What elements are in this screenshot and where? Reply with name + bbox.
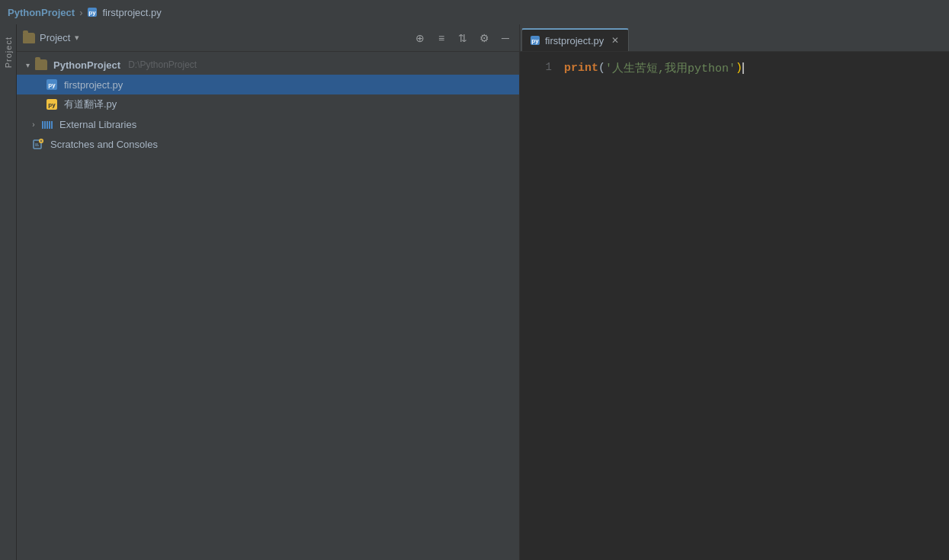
editor-area: py firstproject.py ✕ 1 print('人生苦短,我用pyt… <box>520 24 949 560</box>
tree-file-youdao[interactable]: py 有道翻译.py <box>17 94 519 114</box>
folder-icon <box>35 59 47 70</box>
tab-file-icon: py <box>530 35 540 46</box>
panel-title: Project <box>40 32 70 43</box>
toolbar-collapse-button[interactable]: ≡ <box>434 30 449 46</box>
line-number-1: 1 <box>520 61 552 73</box>
expand-root-icon: ▾ <box>23 60 32 69</box>
expand-libraries-icon: › <box>29 120 38 129</box>
editor-content: 1 print('人生苦短,我用python') 💡 <box>520 52 949 560</box>
scratch-icon <box>32 138 44 150</box>
main-area: Project Project ▾ ⊕ ≡ ⇅ ⚙ ─ ▾ PythonProj… <box>0 24 949 560</box>
svg-text:py: py <box>48 82 56 88</box>
titlebar: PythonProject › py firstproject.py <box>0 0 949 24</box>
tab-bar: py firstproject.py ✕ <box>520 24 949 52</box>
keyword-print: print <box>564 62 598 75</box>
file-tree: ▾ PythonProject D:\PythonProject py firs… <box>17 52 519 560</box>
root-folder-name: PythonProject <box>53 59 120 71</box>
breadcrumb-file-name: firstproject.py <box>102 7 161 18</box>
file-name-firstproject: firstproject.py <box>64 79 123 91</box>
panel-dropdown-arrow[interactable]: ▾ <box>75 33 79 43</box>
side-tool-strip: Project <box>0 24 17 560</box>
tree-scratches-consoles[interactable]: Scratches and Consoles <box>17 134 519 154</box>
py-file-icon: py <box>46 78 58 91</box>
toolbar-minimize-button[interactable]: ─ <box>498 30 513 46</box>
svg-rect-7 <box>44 121 46 129</box>
tree-root-item[interactable]: ▾ PythonProject D:\PythonProject <box>17 55 519 75</box>
svg-text:py: py <box>531 37 539 44</box>
lightbulb-icon[interactable]: 💡 <box>558 78 560 91</box>
breadcrumb-separator: › <box>79 7 82 18</box>
tree-file-firstproject[interactable]: py firstproject.py <box>17 75 519 94</box>
tab-close-button[interactable]: ✕ <box>610 34 620 46</box>
string-content: '人生苦短,我用python' <box>605 61 736 75</box>
project-panel: Project ▾ ⊕ ≡ ⇅ ⚙ ─ ▾ PythonProject D:\P… <box>17 24 520 560</box>
file-name-youdao: 有道翻译.py <box>64 98 117 111</box>
svg-text:py: py <box>48 101 56 108</box>
side-tool-project-label[interactable]: Project <box>4 32 13 72</box>
svg-text:py: py <box>89 9 97 16</box>
toolbar-locate-button[interactable]: ⊕ <box>412 30 428 46</box>
project-toolbar: Project ▾ ⊕ ≡ ⇅ ⚙ ─ <box>17 24 519 52</box>
line-numbers: 1 <box>520 52 558 560</box>
cursor <box>742 62 744 74</box>
project-label: Project ▾ <box>23 32 79 43</box>
project-breadcrumb-name[interactable]: PythonProject <box>8 7 75 18</box>
external-libraries-label: External Libraries <box>59 119 136 130</box>
paren-open: ( <box>598 62 605 75</box>
file-tab-icon: py <box>87 7 98 18</box>
tree-external-libraries[interactable]: › External Libraries <box>17 114 519 134</box>
svg-rect-8 <box>46 121 48 129</box>
tab-firstproject[interactable]: py firstproject.py ✕ <box>521 28 629 51</box>
folder-icon <box>23 33 35 43</box>
library-icon <box>41 118 53 130</box>
py-file-icon-youdao: py <box>46 98 58 110</box>
svg-rect-10 <box>51 121 53 129</box>
toolbar-settings-button[interactable]: ⚙ <box>476 30 492 46</box>
toolbar-sort-button[interactable]: ⇅ <box>455 30 470 46</box>
svg-rect-6 <box>42 121 43 129</box>
svg-rect-9 <box>49 121 50 129</box>
code-line-1: print('人生苦短,我用python') 💡 <box>564 59 949 76</box>
scratches-consoles-label: Scratches and Consoles <box>50 139 158 150</box>
tab-label: firstproject.py <box>545 35 604 46</box>
root-folder-path: D:\PythonProject <box>128 59 197 70</box>
code-editor[interactable]: print('人生苦短,我用python') 💡 <box>558 52 949 560</box>
paren-close: ) <box>736 62 742 75</box>
